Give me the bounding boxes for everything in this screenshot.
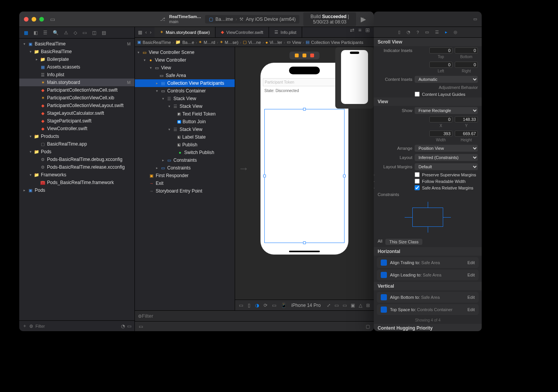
tree-stage-layout[interactable]: ◆StageLayoutCalculator.swift bbox=[19, 109, 134, 117]
edit-button[interactable]: Edit bbox=[467, 260, 475, 265]
outline-collectionview[interactable]: ▸▤Collection View Participants bbox=[135, 79, 235, 87]
back-icon[interactable]: ‹ bbox=[145, 30, 147, 35]
scheme-selector[interactable]: ▢ Ba…ime › ⚒ Any iOS Device (arm64) bbox=[205, 15, 299, 23]
symbol-nav-icon[interactable]: ☰ bbox=[43, 30, 47, 35]
library-icon[interactable]: ⊞ bbox=[366, 303, 370, 308]
constraint-top[interactable]: Top Space to: Controls ContainerEdit bbox=[377, 304, 479, 315]
tree-pods-group[interactable]: ▾📁Pods bbox=[19, 148, 134, 156]
adjust-editor-icon[interactable]: ▯ bbox=[248, 303, 250, 308]
constraints-diagram[interactable] bbox=[393, 202, 462, 233]
tree-layout-swift[interactable]: ◆ParticipantCollectionViewLayout.swift bbox=[19, 102, 134, 109]
forward-icon[interactable]: › bbox=[150, 30, 151, 35]
height-field[interactable] bbox=[455, 131, 478, 137]
exit-dock-icon[interactable] bbox=[310, 54, 314, 57]
appearance-icon[interactable]: ◑ bbox=[255, 303, 259, 308]
outline-stack1[interactable]: ▾☰Stack View bbox=[135, 95, 235, 102]
selection-box[interactable] bbox=[264, 109, 345, 243]
outline-constraints-outer[interactable]: ▸▭Constraints bbox=[135, 164, 235, 172]
jump-bar[interactable]: ▣BasicRealTime› 📁Ba…e› ✶M…rd› ✶M…se)› ▢V… bbox=[135, 38, 374, 47]
scene-dock[interactable] bbox=[289, 52, 319, 59]
tree-frameworks[interactable]: ▾📁Frameworks bbox=[19, 171, 134, 179]
tree-info-plist[interactable]: ☰Info.plist bbox=[19, 71, 134, 79]
inset-left-field[interactable] bbox=[429, 62, 452, 68]
tab-viewcontroller[interactable]: ◆ViewController.swift bbox=[215, 27, 269, 37]
related-items-icon[interactable]: ▦ bbox=[138, 30, 142, 35]
layout-margins-select[interactable]: Default bbox=[415, 163, 478, 170]
tree-pod-release[interactable]: ⚙Pods-BasicRealTime.release.xcconfig bbox=[19, 163, 134, 171]
tree-stage-participant[interactable]: ◆StageParticipant.swift bbox=[19, 117, 134, 125]
arrange-select[interactable]: Position View bbox=[415, 145, 478, 152]
vc-dock-icon[interactable] bbox=[295, 54, 299, 57]
outline-stack3[interactable]: ▾☰Stack View bbox=[135, 126, 235, 133]
console-icon[interactable]: ▢ bbox=[366, 324, 370, 329]
content-insets-select[interactable]: Automatic bbox=[415, 76, 478, 83]
swap-icon[interactable]: ⇄ bbox=[350, 27, 355, 37]
issue-icon[interactable]: ⚠ bbox=[64, 30, 68, 35]
test-icon[interactable]: ◇ bbox=[74, 30, 77, 35]
tree-pod-fw[interactable]: 🧰Pods_BasicRealTime.framework bbox=[19, 179, 134, 186]
align-icon[interactable]: ▭ bbox=[343, 303, 347, 308]
report-icon[interactable]: ▤ bbox=[102, 30, 106, 35]
edit-button[interactable]: Edit bbox=[467, 295, 475, 300]
show-select[interactable]: Frame Rectangle bbox=[415, 107, 478, 114]
outline-exit[interactable]: →Exit bbox=[135, 179, 235, 187]
tree-boilerplate[interactable]: ▸📁Boilerplate bbox=[19, 55, 134, 63]
outline-safearea[interactable]: ▭Safe Area bbox=[135, 72, 235, 79]
content-layout-guides-check[interactable]: Content Layout Guides bbox=[374, 91, 482, 97]
all-pill[interactable]: All bbox=[378, 239, 382, 245]
tree-viewcontroller[interactable]: ◆ViewController.swift bbox=[19, 125, 134, 132]
tree-products[interactable]: ▾📁Products bbox=[19, 132, 134, 140]
identity-inspector-icon[interactable]: ▭ bbox=[425, 30, 429, 35]
inspector-body[interactable]: Scroll View Indicator Insets TopBottom L… bbox=[374, 38, 482, 331]
navigator-filter-input[interactable] bbox=[35, 324, 119, 328]
outline-label-publish[interactable]: LPublish bbox=[135, 141, 235, 149]
outline-scene[interactable]: ▾▭View Controller Scene bbox=[135, 49, 235, 56]
size-inspector-icon[interactable]: ▸ bbox=[445, 30, 447, 35]
folder-icon[interactable]: ▦ bbox=[24, 30, 28, 35]
this-size-class-pill[interactable]: This Size Class bbox=[385, 239, 422, 245]
outline-entry-point[interactable]: →Storyboard Entry Point bbox=[135, 187, 235, 195]
outline-button-join[interactable]: BButton Join bbox=[135, 118, 235, 126]
entry-arrow-icon[interactable]: → bbox=[238, 162, 249, 175]
inset-right-field[interactable] bbox=[455, 62, 478, 68]
help-inspector-icon[interactable]: ? bbox=[417, 30, 419, 35]
outline-constraints-inner[interactable]: ▸▭Constraints bbox=[135, 156, 235, 164]
sidebar-toggle-icon[interactable]: ▭ bbox=[50, 16, 55, 22]
constraint-trailing[interactable]: Align Trailing to: Safe AreaEdit bbox=[377, 257, 479, 268]
document-outline[interactable]: ▾▭View Controller Scene ▾●View Controlle… bbox=[135, 47, 235, 310]
zoom-button[interactable] bbox=[39, 17, 44, 22]
device-name[interactable]: iPhone 14 Pro bbox=[291, 303, 321, 308]
outline-switch-publish[interactable]: ●Switch Publish bbox=[135, 149, 235, 156]
orientation-icon[interactable]: ⟳ bbox=[264, 303, 267, 308]
adjust-icon[interactable]: ≡ bbox=[358, 27, 361, 37]
branch-indicator[interactable]: RealTimeSam… main bbox=[169, 14, 201, 23]
tab-storyboard[interactable]: ✶Main.storyboard (Base) bbox=[155, 27, 215, 37]
outline-label-state[interactable]: LLabel State bbox=[135, 133, 235, 141]
preserve-margins-check[interactable]: +Preserve Superview Margins bbox=[374, 171, 482, 178]
outline-stack2[interactable]: ▾☰Stack View bbox=[135, 102, 235, 110]
minimize-button[interactable] bbox=[32, 17, 36, 22]
tree-app[interactable]: ▢BasicRealTime.app bbox=[19, 140, 134, 148]
outline-view[interactable]: ▾▭View bbox=[135, 64, 235, 72]
tree-cell-swift[interactable]: ◆ParticipantCollectionViewCell.swift bbox=[19, 86, 134, 94]
outline-toggle-icon[interactable]: ▭ bbox=[239, 303, 243, 308]
minimap[interactable] bbox=[335, 47, 374, 109]
pin-icon[interactable]: ▣ bbox=[351, 303, 355, 308]
activity-status[interactable]: Build Succeeded | 5/30/23 at 08:03 bbox=[303, 12, 356, 26]
breakpoint-icon[interactable]: ◫ bbox=[92, 30, 96, 35]
add-icon[interactable]: ＋ bbox=[22, 323, 27, 329]
fr-dock-icon[interactable] bbox=[303, 54, 306, 57]
inset-bottom-field[interactable] bbox=[455, 47, 478, 54]
constraint-leading[interactable]: Align Leading to: Safe AreaEdit bbox=[377, 270, 479, 280]
tab-info-plist[interactable]: ☰Info.plist bbox=[269, 27, 302, 37]
tree-cell-xib[interactable]: ✶ParticipantCollectionViewCell.xib bbox=[19, 94, 134, 102]
edit-button[interactable]: Edit bbox=[467, 273, 475, 277]
outline-filter-input[interactable] bbox=[142, 313, 371, 319]
tree-project-root[interactable]: ▾▣BasicRealTimeM bbox=[19, 40, 134, 48]
tree-assets[interactable]: ▦Assets.xcassets bbox=[19, 63, 134, 71]
x-field[interactable] bbox=[429, 116, 452, 122]
edit-button[interactable]: Edit bbox=[467, 307, 475, 312]
constraint-bottom[interactable]: Align Bottom to: Safe AreaEdit bbox=[377, 292, 479, 303]
outline-first-responder[interactable]: ▣First Responder bbox=[135, 172, 235, 179]
inset-top-field[interactable] bbox=[429, 47, 452, 54]
